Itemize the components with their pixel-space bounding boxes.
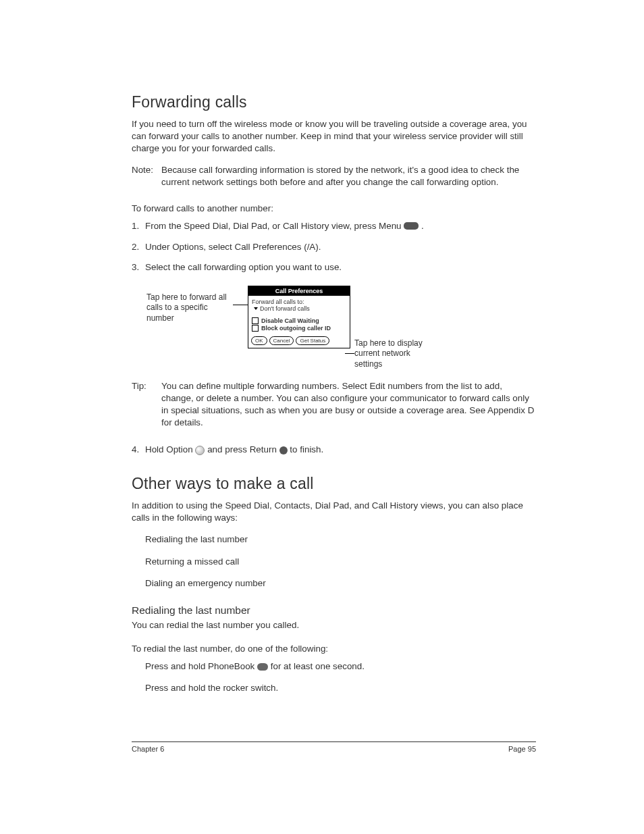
leader-line-right bbox=[345, 353, 354, 354]
call-preferences-diagram: Tap here to forward all calls to a speci… bbox=[132, 286, 536, 373]
dropdown-icon bbox=[254, 307, 258, 310]
note-block: Note: Because call forwarding informatio… bbox=[132, 164, 536, 188]
checkbox-icon bbox=[252, 325, 259, 332]
paragraph-other-intro: In addition to using the Speed Dial, Con… bbox=[132, 500, 536, 524]
steps-list: From the Speed Dial, Dial Pad, or Call H… bbox=[132, 220, 536, 273]
option-key-icon bbox=[195, 446, 205, 455]
menu-button-icon bbox=[404, 222, 419, 230]
heading-redialing: Redialing the last number bbox=[132, 604, 536, 617]
other-ways-list: Redialing the last number Returning a mi… bbox=[145, 533, 536, 589]
call-preferences-title: Call Preferences bbox=[248, 286, 350, 296]
return-key-icon bbox=[279, 446, 288, 454]
step-4-text-c: to finish. bbox=[290, 444, 323, 454]
cancel-button: Cancel bbox=[269, 336, 294, 345]
list-item: Dialing an emergency number bbox=[145, 577, 536, 590]
step-4-text-b: and press Return bbox=[207, 444, 279, 454]
list-item: Redialing the last number bbox=[145, 533, 536, 546]
list-item: Returning a missed call bbox=[145, 556, 536, 568]
call-preferences-panel: Call Preferences Forward all calls to: D… bbox=[248, 286, 350, 348]
phonebook-button-icon bbox=[257, 663, 268, 671]
tip-block: Tip: You can define multiple forwarding … bbox=[132, 380, 536, 429]
call-preferences-buttons: OK Cancel Get Status bbox=[248, 334, 350, 348]
forward-all-value: Don't forward calls bbox=[252, 305, 346, 312]
step-1: From the Speed Dial, Dial Pad, or Call H… bbox=[132, 220, 536, 232]
checkbox-icon bbox=[252, 317, 259, 324]
step-4: 4. Hold Option and press Return to finis… bbox=[132, 444, 536, 456]
list-item: Press and hold the rocker switch. bbox=[145, 682, 536, 694]
subheading-to-redial: To redial the last number, do one of the… bbox=[132, 644, 536, 654]
redial-methods-list: Press and hold PhoneBook for at least on… bbox=[145, 660, 536, 694]
list-item: Press and hold PhoneBook for at least on… bbox=[145, 660, 536, 673]
note-text: Because call forwarding information is s… bbox=[161, 164, 536, 188]
callout-forward-all: Tap here to forward all calls to a speci… bbox=[146, 292, 231, 324]
ok-button: OK bbox=[251, 336, 267, 345]
footer-page-number: Page 95 bbox=[508, 745, 536, 753]
step-1-text: From the Speed Dial, Dial Pad, or Call H… bbox=[145, 221, 404, 231]
tip-label: Tip: bbox=[132, 380, 161, 429]
step-2: Under Options, select Call Preferences (… bbox=[132, 241, 536, 253]
subheading-to-forward: To forward calls to another number: bbox=[132, 203, 536, 213]
paragraph-redial-intro: You can redial the last number you calle… bbox=[132, 619, 536, 631]
tip-text: You can define multiple forwarding numbe… bbox=[161, 380, 536, 429]
note-label: Note: bbox=[132, 164, 161, 188]
step-3: Select the call forwarding option you wa… bbox=[132, 261, 536, 273]
page-footer: Chapter 6 Page 95 bbox=[132, 741, 536, 753]
step-4-text-a: Hold Option bbox=[145, 444, 195, 454]
callout-get-status: Tap here to display current network sett… bbox=[354, 338, 435, 370]
checkbox-disable-call-waiting: Disable Call Waiting bbox=[252, 317, 346, 324]
get-status-button: Get Status bbox=[296, 336, 329, 345]
checkbox-block-caller-id: Block outgoing caller ID bbox=[252, 325, 346, 332]
forward-all-label: Forward all calls to: bbox=[252, 298, 346, 305]
document-page: Forwarding calls If you need to turn off… bbox=[0, 0, 644, 834]
paragraph-forwarding-intro: If you need to turn off the wireless mod… bbox=[132, 118, 536, 155]
heading-other-ways: Other ways to make a call bbox=[132, 475, 536, 493]
footer-chapter: Chapter 6 bbox=[132, 745, 164, 753]
step-4-number: 4. bbox=[132, 444, 145, 456]
heading-forwarding-calls: Forwarding calls bbox=[132, 93, 536, 111]
